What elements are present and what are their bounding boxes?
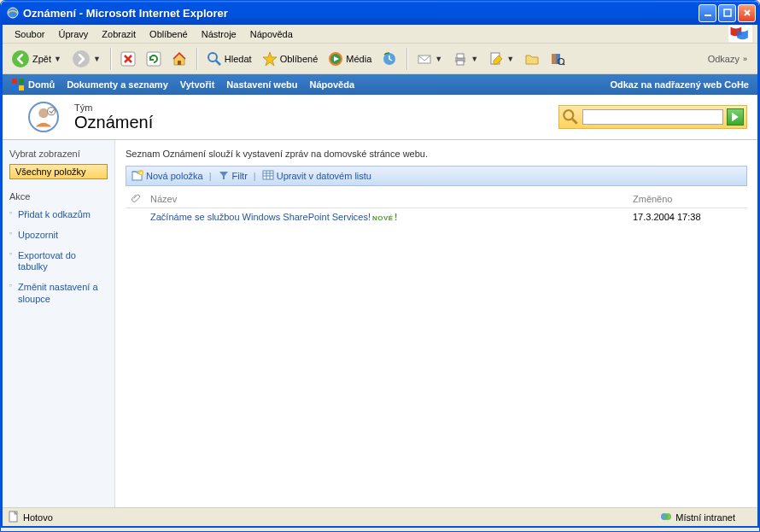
sidebar-view-label: Vybrat zobrazení (9, 149, 108, 159)
action-add-link[interactable]: Přidat k odkazům (9, 207, 108, 224)
back-button[interactable]: Zpět ▼ (8, 47, 65, 71)
menubar: Soubor Úpravy Zobrazit Oblíbené Nástroje… (3, 25, 757, 44)
home-icon (172, 51, 187, 67)
links-bar[interactable]: Odkazy » (703, 54, 752, 64)
window-titlebar: Oznámení - Microsoft Internet Explorer (1, 1, 759, 25)
svg-point-7 (73, 50, 90, 67)
search-box (558, 105, 747, 129)
datasheet-button[interactable]: Upravit v datovém listu (262, 169, 371, 183)
svg-point-33 (564, 110, 573, 120)
chevron-down-icon: ▼ (471, 55, 478, 63)
action-export[interactable]: Exportovat do tabulky (9, 248, 108, 277)
print-button[interactable]: ▼ (449, 47, 482, 71)
refresh-icon (146, 51, 161, 67)
action-alert[interactable]: Upozornit (9, 227, 108, 244)
maximize-button[interactable] (718, 4, 736, 22)
chevron-down-icon: ▼ (506, 55, 514, 63)
nav-help[interactable]: Nápověda (309, 79, 354, 90)
statusbar: Hotovo Místní intranet (3, 507, 757, 526)
svg-rect-38 (263, 171, 273, 179)
svg-point-31 (38, 108, 48, 118)
sidebar-selected-view[interactable]: Všechny položky (9, 164, 108, 179)
mail-button[interactable]: ▼ (413, 47, 446, 71)
svg-point-6 (12, 50, 29, 67)
stop-icon (120, 51, 136, 67)
forward-button[interactable]: ▼ (68, 47, 104, 71)
list-avatar-icon (28, 102, 59, 132)
nav-documents[interactable]: Dokumenty a seznamy (67, 79, 168, 90)
folder-icon (524, 51, 540, 67)
chevron-down-icon: ▼ (435, 55, 442, 63)
menu-napoveda[interactable]: Nápověda (243, 27, 300, 41)
menu-soubor[interactable]: Soubor (8, 27, 51, 41)
search-input[interactable] (582, 109, 723, 125)
menu-oblibene[interactable]: Oblíbené (143, 27, 195, 41)
breadcrumb[interactable]: Tým (74, 102, 153, 113)
svg-point-45 (664, 513, 671, 520)
item-modified: 17.3.2004 17:38 (628, 208, 747, 226)
zone-icon (660, 511, 672, 524)
item-link[interactable]: Začínáme se službou Windows SharePoint S… (150, 212, 371, 222)
nav-create[interactable]: Vytvořit (180, 79, 215, 90)
col-modified[interactable]: Změněno (628, 190, 747, 208)
mail-icon (417, 51, 432, 67)
refresh-button[interactable] (143, 47, 165, 71)
edit-button[interactable]: ▼ (485, 47, 517, 71)
sharepoint-topnav: Domů Dokumenty a seznamy Vytvořit Nastav… (3, 74, 757, 95)
svg-rect-1 (704, 15, 711, 16)
search-button[interactable]: Hledat (203, 47, 255, 71)
sharepoint-logo-icon (11, 78, 25, 91)
svg-rect-12 (178, 61, 181, 65)
search-icon (562, 108, 579, 126)
sidebar-actions-label: Akce (9, 191, 108, 202)
back-icon (11, 50, 30, 68)
page-header: Tým Oznámení (3, 95, 757, 140)
forward-icon (72, 50, 91, 68)
research-icon (550, 51, 565, 67)
nav-parent-link[interactable]: Odkaz na nadřazený web CoHe (610, 79, 749, 90)
status-text: Hotovo (23, 512, 53, 523)
stop-button[interactable] (117, 47, 139, 71)
list-toolbar: ★ Nová položka | Filtr | Upravit v datov… (126, 166, 747, 186)
svg-rect-21 (457, 61, 464, 65)
col-attachment[interactable] (126, 190, 145, 208)
toolbar: Zpět ▼ ▼ Hledat Oblíbené Média ▼ ▼ ▼ (3, 44, 757, 74)
star-icon (262, 51, 278, 67)
list-description: Seznam Oznámení slouží k vystavení zpráv… (126, 149, 747, 159)
table-row: Začínáme se službou Windows SharePoint S… (126, 208, 747, 226)
ie-small-icon (6, 6, 20, 20)
menu-upravy[interactable]: Úpravy (51, 27, 95, 41)
new-badge-excl: ! (395, 212, 398, 222)
menu-zobrazit[interactable]: Zobrazit (95, 27, 143, 41)
nav-home[interactable]: Domů (11, 78, 55, 91)
menu-nastroje[interactable]: Nástroje (195, 27, 243, 41)
svg-point-13 (208, 53, 217, 61)
col-name[interactable]: Název (145, 190, 628, 208)
close-button[interactable] (738, 4, 756, 22)
chevron-right-icon: » (743, 55, 747, 63)
discuss-button[interactable] (521, 47, 543, 71)
svg-rect-2 (724, 9, 731, 16)
svg-rect-30 (19, 85, 24, 91)
paperclip-icon (131, 194, 140, 204)
page-title: Oznámení (74, 113, 153, 132)
svg-rect-29 (12, 85, 17, 91)
history-button[interactable] (378, 47, 400, 71)
home-button[interactable] (168, 47, 190, 71)
action-modify-columns[interactable]: Změnit nastavení a sloupce (9, 279, 108, 308)
minimize-button[interactable] (699, 4, 716, 22)
new-item-button[interactable]: ★ Nová položka (132, 169, 203, 183)
edit-icon (488, 51, 504, 67)
search-icon (207, 51, 222, 67)
history-icon (382, 51, 397, 67)
nav-settings[interactable]: Nastavení webu (226, 79, 297, 90)
window-title: Oznámení - Microsoft Internet Explorer (23, 7, 699, 20)
svg-line-14 (216, 61, 220, 65)
svg-rect-23 (552, 54, 556, 64)
media-button[interactable]: Média (324, 47, 375, 71)
search-go-button[interactable] (727, 108, 744, 126)
research-button[interactable] (547, 47, 569, 71)
filter-icon (218, 169, 230, 183)
favorites-button[interactable]: Oblíbené (259, 47, 322, 71)
filter-button[interactable]: Filtr (218, 169, 248, 183)
